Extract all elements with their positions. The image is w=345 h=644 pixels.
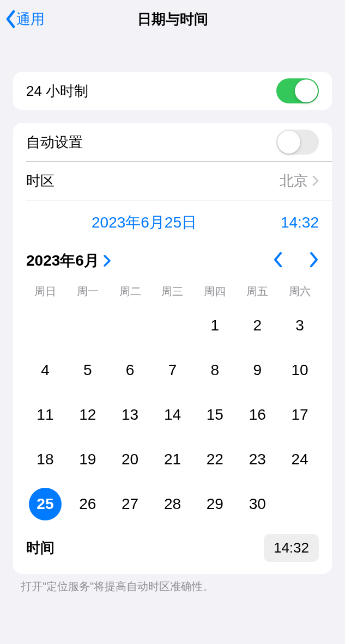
calendar-day[interactable]: 8: [198, 354, 231, 387]
calendar-day[interactable]: 4: [29, 354, 62, 387]
calendar-grid: 1234567891011121314151617181920212223242…: [24, 303, 321, 526]
calendar-day[interactable]: 15: [198, 398, 231, 431]
month-picker-button[interactable]: 2023年6月: [26, 250, 111, 271]
calendar-day[interactable]: 30: [241, 488, 274, 520]
row-time: 时间 14:32: [13, 534, 332, 574]
selected-time-button[interactable]: 14:32: [281, 214, 319, 231]
row-timezone-value: 北京: [280, 171, 308, 191]
calendar-weekday: 周五: [236, 275, 279, 303]
switch-auto[interactable]: [276, 130, 319, 155]
month-title-label: 2023年6月: [26, 250, 99, 271]
calendar-day[interactable]: 1: [198, 309, 231, 342]
calendar-weekday: 周日: [24, 275, 66, 303]
calendar-day[interactable]: 26: [71, 488, 104, 520]
calendar-day[interactable]: 5: [71, 354, 104, 387]
calendar-day[interactable]: 11: [29, 398, 62, 431]
calendar-weekday: 周六: [279, 275, 321, 303]
row-timezone-label: 时区: [26, 171, 55, 191]
calendar-day[interactable]: 19: [71, 443, 104, 476]
group-datetime: 自动设置 时区 北京 2023年6月25日 14:32 2023年6月 周日周: [13, 123, 332, 574]
calendar-day[interactable]: 16: [241, 398, 274, 431]
nav-bar: 通用 日期与时间: [0, 0, 345, 38]
chevron-left-icon: [273, 252, 283, 268]
calendar-day[interactable]: 10: [283, 354, 316, 387]
switch-24h[interactable]: [276, 78, 319, 103]
row-selected-datetime: 2023年6月25日 14:32: [13, 200, 332, 235]
calendar-day[interactable]: 27: [114, 488, 147, 520]
selected-date-button[interactable]: 2023年6月25日: [92, 212, 197, 233]
calendar-day[interactable]: 18: [29, 443, 62, 476]
calendar-weekday: 周二: [109, 275, 152, 303]
calendar: 周日周一周二周三周四周五周六 1234567891011121314151617…: [13, 275, 332, 534]
calendar-weekday: 周三: [152, 275, 194, 303]
calendar-day[interactable]: 28: [156, 488, 189, 520]
calendar-day[interactable]: 25: [29, 488, 62, 520]
calendar-day[interactable]: 20: [114, 443, 147, 476]
page-title: 日期与时间: [0, 10, 345, 29]
time-picker-button[interactable]: 14:32: [264, 534, 319, 562]
chevron-left-icon: [4, 10, 16, 28]
row-timezone[interactable]: 时区 北京: [13, 162, 332, 200]
calendar-month-header: 2023年6月: [13, 235, 332, 275]
calendar-day[interactable]: 14: [156, 398, 189, 431]
calendar-day[interactable]: 7: [156, 354, 189, 387]
calendar-day[interactable]: 24: [283, 443, 316, 476]
calendar-day[interactable]: 23: [241, 443, 274, 476]
calendar-day[interactable]: 22: [198, 443, 231, 476]
calendar-day[interactable]: 3: [283, 309, 316, 342]
calendar-day[interactable]: 6: [114, 354, 147, 387]
group-24h: 24 小时制: [13, 72, 332, 110]
calendar-day[interactable]: 12: [71, 398, 104, 431]
calendar-weekdays: 周日周一周二周三周四周五周六: [24, 275, 321, 303]
calendar-day[interactable]: 9: [241, 354, 274, 387]
row-auto[interactable]: 自动设置: [13, 123, 332, 161]
calendar-day[interactable]: 29: [198, 488, 231, 520]
row-24h-label: 24 小时制: [26, 82, 88, 101]
calendar-day[interactable]: 21: [156, 443, 189, 476]
next-month-button[interactable]: [309, 252, 319, 270]
calendar-day[interactable]: 13: [114, 398, 147, 431]
calendar-weekday: 周四: [193, 275, 236, 303]
chevron-right-icon: [312, 175, 319, 186]
row-24h[interactable]: 24 小时制: [13, 72, 332, 110]
footer-note: 打开"定位服务"将提高自动时区准确性。: [0, 574, 345, 594]
back-label: 通用: [16, 10, 45, 29]
chevron-right-icon: [104, 255, 111, 267]
calendar-weekday: 周一: [66, 275, 109, 303]
row-auto-label: 自动设置: [26, 133, 83, 152]
calendar-day[interactable]: 2: [241, 309, 274, 342]
back-button[interactable]: 通用: [0, 10, 45, 29]
prev-month-button[interactable]: [273, 252, 283, 270]
chevron-right-icon: [309, 252, 319, 268]
calendar-day[interactable]: 17: [283, 398, 316, 431]
time-label: 时间: [26, 538, 55, 557]
